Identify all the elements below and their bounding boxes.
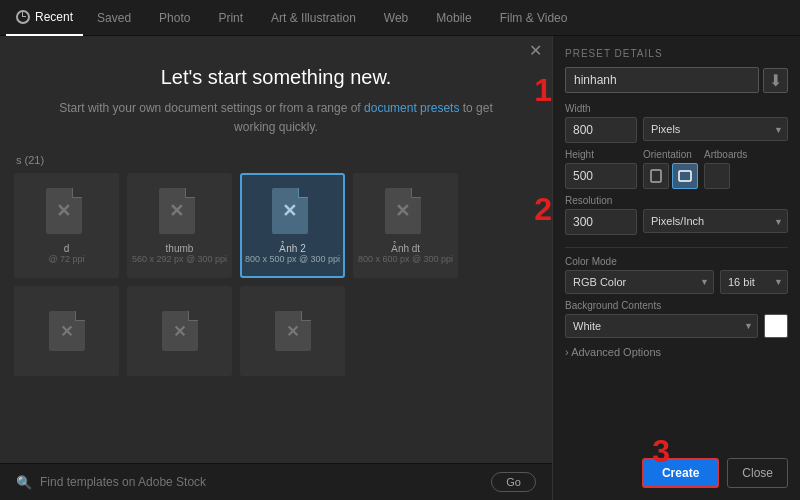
nav-item-recent[interactable]: Recent <box>6 0 83 36</box>
templates-section-label: s (21) <box>16 154 44 166</box>
color-swatch[interactable] <box>764 314 788 338</box>
resolution-input[interactable] <box>565 209 637 235</box>
file-icon-2: ✕ <box>272 188 314 238</box>
template-name-0: d <box>64 243 70 254</box>
save-preset-icon[interactable]: ⬇ <box>763 68 788 93</box>
width-input[interactable] <box>565 117 637 143</box>
template-item-6[interactable]: ✕ <box>240 286 345 376</box>
template-grid: ✕ d @ 72 ppi ✕ thumb 560 x 292 px @ 300 … <box>0 173 552 278</box>
background-select[interactable]: WhiteBlackTransparent <box>565 314 758 338</box>
file-icon-3: ✕ <box>385 188 427 238</box>
template-size-2: 800 x 500 px @ 300 ppi <box>245 254 340 264</box>
orientation-label: Orientation <box>643 149 698 160</box>
template-item-0[interactable]: ✕ d @ 72 ppi <box>14 173 119 278</box>
document-presets-link[interactable]: document presets <box>364 101 459 115</box>
preset-name-input[interactable] <box>565 67 759 93</box>
nav-label-recent: Recent <box>35 10 73 24</box>
close-x-button[interactable]: ✕ <box>529 41 542 60</box>
clock-icon <box>16 10 30 24</box>
background-label: Background Contents <box>565 300 788 311</box>
resolution-units-select[interactable]: Pixels/InchPixels/Centimeter <box>643 209 788 233</box>
create-button[interactable]: Create <box>642 458 719 488</box>
template-item-5[interactable]: ✕ <box>127 286 232 376</box>
search-input[interactable] <box>40 475 483 489</box>
nav-item-print[interactable]: Print <box>204 3 257 33</box>
file-icon-1: ✕ <box>159 188 201 238</box>
top-nav: Recent Saved Photo Print Art & Illustrat… <box>0 0 800 36</box>
width-units-select[interactable]: PixelsInchesCentimeters <box>643 117 788 141</box>
nav-item-art[interactable]: Art & Illustration <box>257 3 370 33</box>
preset-section-label: PRESET DETAILS <box>565 48 788 59</box>
bit-depth-select[interactable]: 8 bit16 bit32 bit <box>720 270 788 294</box>
close-button[interactable]: Close <box>727 458 788 488</box>
template-size-3: 800 x 600 px @ 300 ppi <box>358 254 453 264</box>
svg-rect-0 <box>651 170 661 182</box>
template-item-4[interactable]: ✕ <box>14 286 119 376</box>
color-mode-select[interactable]: RGB ColorCMYK ColorGrayscale <box>565 270 714 294</box>
search-icon: 🔍 <box>16 475 32 490</box>
preset-name-row: ⬇ <box>565 67 788 93</box>
template-size-1: 560 x 292 px @ 300 ppi <box>132 254 227 264</box>
landscape-button[interactable] <box>672 163 698 189</box>
nav-item-photo[interactable]: Photo <box>145 3 204 33</box>
welcome-body: Start with your own document settings or… <box>40 99 512 137</box>
left-panel: Let's start something new. Start with yo… <box>0 36 552 500</box>
template-grid-row2: ✕ ✕ ✕ <box>0 278 552 376</box>
portrait-button[interactable] <box>643 163 669 189</box>
advanced-options-toggle[interactable]: › Advanced Options <box>565 346 788 358</box>
nav-item-saved[interactable]: Saved <box>83 3 145 33</box>
template-name-2: Ảnh 2 <box>279 243 305 254</box>
right-panel: PRESET DETAILS ⬇ Width PixelsInchesCenti… <box>552 36 800 500</box>
height-label: Height <box>565 149 637 160</box>
nav-item-film[interactable]: Film & Video <box>486 3 582 33</box>
color-mode-label: Color Mode <box>565 256 788 267</box>
template-item-1[interactable]: ✕ thumb 560 x 292 px @ 300 ppi <box>127 173 232 278</box>
resolution-label: Resolution <box>565 195 788 206</box>
template-item-3[interactable]: ✕ Ảnh dt 800 x 600 px @ 300 ppi <box>353 173 458 278</box>
bottom-buttons: Create Close <box>565 452 788 488</box>
template-name-3: Ảnh dt <box>391 243 420 254</box>
search-bar: 🔍 Go <box>0 463 552 500</box>
artboards-checkbox[interactable] <box>704 163 730 189</box>
go-button[interactable]: Go <box>491 472 536 492</box>
svg-rect-1 <box>679 171 691 181</box>
height-input[interactable] <box>565 163 637 189</box>
width-label: Width <box>565 103 788 114</box>
welcome-heading: Let's start something new. <box>40 66 512 89</box>
template-item-2[interactable]: ✕ Ảnh 2 800 x 500 px @ 300 ppi <box>240 173 345 278</box>
template-size-0: @ 72 ppi <box>48 254 84 264</box>
nav-item-web[interactable]: Web <box>370 3 422 33</box>
template-name-1: thumb <box>166 243 194 254</box>
nav-item-mobile[interactable]: Mobile <box>422 3 485 33</box>
welcome-text-start: Start with your own document settings or… <box>59 101 364 115</box>
file-icon-0: ✕ <box>46 188 88 238</box>
welcome-section: Let's start something new. Start with yo… <box>0 36 552 153</box>
artboards-label: Artboards <box>704 149 747 160</box>
